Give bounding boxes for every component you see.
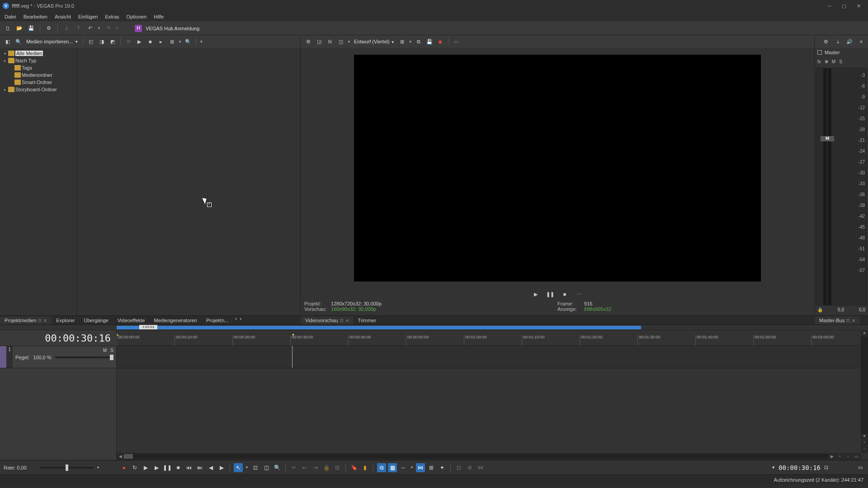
vscroll-up[interactable]: ▲ xyxy=(861,330,868,337)
tree-smart-ordner[interactable]: Smart-Ordner xyxy=(1,79,75,86)
hscroll-thumb[interactable] xyxy=(124,454,133,459)
play-start-button[interactable]: ▶ xyxy=(141,463,150,472)
track-grab-handle[interactable] xyxy=(0,346,6,368)
selection-tool[interactable]: ⊡ xyxy=(251,463,260,472)
lock-button[interactable]: 🔒 xyxy=(322,463,331,472)
zoom-tool[interactable]: 🔍 xyxy=(273,463,282,472)
autoplay-icon[interactable]: ▸ xyxy=(156,37,166,47)
auto-crossfade-button[interactable]: ⋈ xyxy=(416,463,425,472)
hzoom-fit[interactable]: ▭ xyxy=(853,454,860,459)
preview-more-button[interactable]: ⋯ xyxy=(574,289,584,299)
master-color-icon[interactable] xyxy=(817,50,822,55)
bottom-timecode[interactable]: 00:00:30:16 xyxy=(778,464,821,471)
tree-tags[interactable]: Tags xyxy=(1,64,75,71)
play-button[interactable]: ▶ xyxy=(152,463,161,472)
vscroll-track[interactable] xyxy=(861,337,868,434)
undo-dropdown[interactable]: ▼ xyxy=(97,26,101,30)
snap-button[interactable]: ⧉ xyxy=(377,463,386,472)
import-media-button[interactable]: Medien importieren...▼ xyxy=(24,38,80,45)
maximize-timeline-button[interactable]: ▭ xyxy=(858,465,863,470)
preview-settings-icon[interactable]: ⚙ xyxy=(303,37,313,47)
region-button[interactable]: ▮ xyxy=(360,463,369,472)
menu-bearbeiten[interactable]: Bearbeiten xyxy=(20,13,51,21)
get-media-icon[interactable]: ◨ xyxy=(97,37,107,47)
redo-icon[interactable]: ↷ xyxy=(103,23,113,33)
track-lane[interactable] xyxy=(117,346,868,368)
tab-videovorschau[interactable]: Videovorschau⊡✕ xyxy=(301,316,354,324)
normal-edit-tool[interactable]: ↖ xyxy=(234,463,243,472)
sort-dropdown[interactable]: ▼ xyxy=(199,40,203,44)
add-missing-button[interactable]: ⊕ xyxy=(465,463,474,472)
save-snapshot-icon[interactable]: 💾 xyxy=(425,37,434,47)
tab-ubergange[interactable]: Übergänge xyxy=(79,316,113,324)
copy-snapshot-icon[interactable]: ⧉ xyxy=(414,37,424,47)
tree-alle-medien[interactable]: ▾Alle Medien xyxy=(1,50,75,57)
go-start-button[interactable]: ⏮ xyxy=(184,463,193,472)
render-icon[interactable]: ⤓ xyxy=(61,23,71,33)
tab-trimmer[interactable]: Trimmer xyxy=(354,316,381,324)
menu-hilfe[interactable]: Hilfe xyxy=(150,13,167,21)
capture-icon[interactable]: ◰ xyxy=(86,37,96,47)
ripple-dropdown[interactable]: ▼ xyxy=(410,465,414,469)
stop-media-icon[interactable]: ■ xyxy=(145,37,155,47)
loop-marker[interactable]: 1:03:01 xyxy=(139,325,157,329)
tab-nav-left[interactable]: ◂ xyxy=(233,316,238,324)
marker-button[interactable]: 🔖 xyxy=(349,463,359,472)
pause-button[interactable]: ❚❚ xyxy=(163,463,172,472)
track-header[interactable]: 1 M S Pegel: 100,0 % xyxy=(0,346,116,368)
new-project-icon[interactable]: 🗋 xyxy=(3,23,13,33)
master-meters-icon[interactable]: ≡ xyxy=(856,37,866,47)
menu-ansicht[interactable]: Ansicht xyxy=(51,13,75,21)
quantize-button[interactable]: ▦ xyxy=(388,463,397,472)
track-solo-button[interactable]: S xyxy=(110,348,113,353)
maximize-button[interactable]: ▢ xyxy=(837,1,851,10)
ignore-grouping-button[interactable]: ⊞ xyxy=(427,463,436,472)
media-drop-area[interactable] xyxy=(77,48,300,315)
tab-explorer[interactable]: Explorer xyxy=(52,316,79,324)
menu-einfugen[interactable]: Einfügen xyxy=(75,13,101,21)
save-project-icon[interactable]: 💾 xyxy=(26,23,36,33)
timeline-timecode[interactable]: 00:00:30:16 xyxy=(45,333,111,344)
tab-master-bus[interactable]: Master-Bus⊡✕ xyxy=(815,316,860,324)
tab-videoeffekte[interactable]: Videoeffekte xyxy=(113,316,150,324)
master-fx-button[interactable]: fx xyxy=(817,59,821,64)
tab-nav-right[interactable]: ▸ xyxy=(238,316,244,324)
color-button[interactable]: ✦ xyxy=(438,463,447,472)
master-downmix-icon[interactable]: 🔊 xyxy=(844,37,854,47)
hzoom-out[interactable]: − xyxy=(844,454,852,459)
preview-split-icon[interactable]: ◫ xyxy=(336,37,346,47)
preview-fx-icon[interactable]: fx xyxy=(325,37,335,47)
record-button[interactable]: ● xyxy=(119,463,128,472)
master-lock-icon[interactable]: 🔒 xyxy=(817,307,823,315)
close-button[interactable]: ✕ xyxy=(852,1,865,10)
stop-button[interactable]: ■ xyxy=(174,463,183,472)
hub-label[interactable]: VEGAS Hub Anmeldung xyxy=(146,26,199,31)
media-fx-icon[interactable]: ◩ xyxy=(108,37,118,47)
import-mode-icon[interactable]: 🔍 xyxy=(14,37,24,47)
next-frame-button[interactable]: ▶ xyxy=(217,463,226,472)
preview-quality-dropdown[interactable]: Entwurf (Viertel) ▼ xyxy=(352,39,396,44)
redo-dropdown[interactable]: ▼ xyxy=(115,26,119,30)
crossfade-mode-button[interactable]: ⋈ xyxy=(476,463,485,472)
menu-datei[interactable]: Datei xyxy=(1,13,20,21)
menu-extras[interactable]: Extras xyxy=(101,13,123,21)
tab-mediengeneratoren[interactable]: Mediengeneratoren xyxy=(150,316,202,324)
grid-dropdown[interactable]: ▼ xyxy=(408,40,413,44)
preview-pause-button[interactable]: ❚❚ xyxy=(545,289,555,299)
grid-icon[interactable]: ⊞ xyxy=(397,37,407,47)
preview-split-dropdown[interactable]: ▼ xyxy=(347,40,351,44)
tab-projektmedien[interactable]: Projektmedien⊡✕ xyxy=(0,316,52,324)
vzoom-out[interactable]: − xyxy=(861,446,868,453)
view-mode-dropdown[interactable]: ▼ xyxy=(178,40,182,44)
master-mute-button[interactable]: M xyxy=(832,59,835,64)
rate-slider[interactable] xyxy=(39,467,94,469)
pegel-slider[interactable] xyxy=(55,357,113,358)
preview-external-icon[interactable]: ◲ xyxy=(314,37,324,47)
tree-nach-typ[interactable]: ▸Nach Typ xyxy=(1,57,75,64)
refresh-icon[interactable]: ⟳ xyxy=(123,37,133,47)
view-mode-icon[interactable]: ⊞ xyxy=(167,37,177,47)
open-project-icon[interactable]: 📂 xyxy=(14,23,24,33)
master-solo-button[interactable]: S xyxy=(839,59,842,64)
split-button[interactable]: ✂ xyxy=(289,463,298,472)
rate-reset-icon[interactable]: ▾ xyxy=(97,465,99,469)
